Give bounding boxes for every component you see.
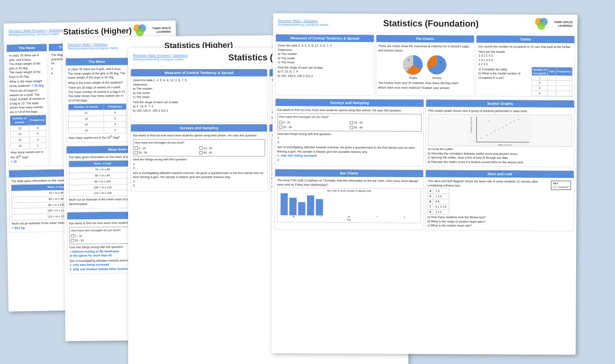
card4-surveys-section: Surveys and Sampling Kai wants to find o…: [275, 98, 424, 166]
svg-line-45: [476, 142, 529, 142]
svg-text:Maths score (%): Maths score (%): [498, 144, 512, 146]
card4-logo-text: THIRD SPACE LEARNING: [554, 21, 573, 28]
card4-scatter-section: Scatter Graphs This scatter graph shows …: [425, 99, 575, 167]
card4-checkbox-0-10: 0 - 10: [279, 120, 349, 125]
card4-tables-section: Tables Diz counts the number of occupant…: [476, 35, 575, 97]
card4-header-left: Revision Mats | Statistics thirdspacelea…: [278, 19, 328, 27]
card3-ct-body: Given the data 2, 4, 5, 8, 8, 12, 3, 8, …: [131, 76, 267, 115]
svg-text:×: ×: [510, 122, 511, 124]
svg-text:D: D: [407, 67, 409, 70]
svg-text:×: ×: [486, 134, 488, 137]
bar-mon: [281, 193, 288, 215]
card4-checkbox: How many text messages do you send? 0 - …: [277, 113, 422, 131]
card3-surveys-header: Surveys and Sampling: [131, 124, 267, 132]
card4-scatter-svg: Physics score (%) Maths score (%) × × × …: [428, 114, 572, 146]
svg-text:Physics score (%): Physics score (%): [470, 117, 472, 133]
card4-title: Statistics (Foundation): [328, 18, 533, 29]
svg-text:×: ×: [480, 137, 482, 140]
card1-mean-body: In class 7E there are 8 girls, and 6 boy…: [7, 51, 49, 166]
svg-text:×: ×: [490, 132, 492, 135]
card3-checkbox-30-40: 30 - 40: [199, 151, 263, 155]
card1-logo-text: THIRD SPACE LEARNING: [152, 27, 171, 34]
card4-header: Revision Mats | Statistics thirdspacelea…: [273, 13, 577, 34]
card3-site-link: Revision Mats Answers | Statistics: [133, 54, 187, 58]
card3-checkbox: How many text messages do you send? 0 - …: [133, 139, 265, 156]
bar-fri: [316, 199, 323, 215]
card1-logo: THIRD SPACE LEARNING: [132, 23, 171, 38]
card4-site-url: thirdspacelearning.com/gcse-maths: [278, 23, 328, 27]
card3-ct-section: Measures of Central Tendency & Spread Gi…: [131, 69, 267, 122]
card2-header-left: Revision Mats | Statistics thirdspacelea…: [68, 42, 118, 50]
card3-header-left: Revision Mats Answers | Statistics third…: [133, 54, 187, 61]
bar-tue: [289, 198, 297, 215]
svg-text:D: D: [434, 72, 435, 74]
svg-point-34: [537, 22, 545, 30]
card1-header-left: Revision Mats Answers | Statistics third…: [8, 28, 63, 36]
card1-mean-header: The Mean: [7, 44, 47, 52]
card4-rugby-pie: W L D Rugby: [402, 54, 424, 80]
card4-logo: THIRD SPACE LEARNING: [533, 17, 573, 31]
svg-text:×: ×: [502, 127, 504, 129]
svg-text:×: ×: [498, 128, 500, 131]
card4-barchart-section: Bar Charts The shop IT4U sold 13 laptops…: [274, 169, 424, 230]
card4-pie-charts: W L D Rugby W L: [378, 54, 472, 80]
card3-checkbox-20-30: 20 - 30: [135, 151, 199, 155]
card4-ct-section: Measures of Central Tendency & Spread Gi…: [275, 34, 374, 96]
svg-text:×: ×: [494, 130, 496, 132]
card4-piecharts-section: Pie Charts These pie charts show the out…: [376, 34, 474, 96]
card-4: Revision Mats | Statistics thirdspacelea…: [271, 13, 577, 355]
card4-rugby-pie-svg: W L D: [402, 54, 424, 76]
card1-sweets-table: Number of sweetsFrequency 129 135 143 15…: [10, 115, 47, 149]
card4-checkbox-30-40: 30 - 40: [350, 126, 420, 130]
card4-barchart-body: The shop IT4U sold 13 laptops on Thursda…: [275, 176, 423, 226]
page-wrapper: Revision Mats Answers | Statistics third…: [0, 0, 615, 364]
svg-text:×: ×: [488, 120, 490, 122]
card4-piecharts-header: Pie Charts: [376, 35, 474, 42]
card4-barchart-header: Bar Charts: [275, 169, 423, 177]
card3-surveys-body: Kai wants to find out how much time stud…: [131, 132, 267, 190]
svg-text:×: ×: [506, 124, 507, 126]
card3-surveys-section: Surveys and Sampling Kai wants to find o…: [131, 124, 267, 192]
bar-thu: [307, 196, 314, 216]
card4-scatter-body: This scatter graph shows how a group of …: [426, 107, 574, 167]
card1-title: Statistics (Higher): [63, 26, 132, 36]
card4-checkbox-10-20: 10 - 20: [350, 121, 420, 125]
card2-mean-section: The Mean In class 7E there are 8 girls, …: [65, 57, 129, 142]
card4-scatter-header: Scatter Graphs: [426, 100, 574, 108]
card2-sweets-table: Number of sweetsFrequency 129 135 143 15…: [68, 103, 127, 134]
card2-site-url: thirdspacelearning.com/gcse-maths: [68, 46, 118, 50]
svg-text:L: L: [418, 65, 419, 67]
card4-tables-body: Diz counts the number of occupants in 15…: [476, 43, 575, 82]
card4-surveys-body: Kai wants to find out how much time stud…: [275, 106, 424, 165]
tsl-logo-icon: [132, 23, 150, 38]
svg-text:×: ×: [514, 120, 515, 122]
card3-checkbox-10-20: 10 - 20: [199, 146, 263, 150]
card3-site-url: thirdspacelearning.com/gcse-maths: [133, 58, 187, 61]
svg-text:L: L: [430, 68, 431, 70]
card4-ct-body: Given the data 2, 4, 5, 8, 8, 12, 3, 8, …: [275, 42, 374, 80]
card4-hockey-pie: W L D Hockey: [426, 54, 448, 80]
card3-ct-header: Measures of Central Tendency & Spread: [131, 69, 267, 76]
card4-site-link: Revision Mats | Statistics: [278, 19, 328, 23]
card4-stemleaf-header: Stem and Leaf: [426, 170, 574, 178]
card4-stemleaf-body: KEY 5 | 7 means 57 This stem and leaf di…: [425, 177, 574, 230]
bar-wed: [298, 202, 305, 215]
card4-tables-header: Tables: [476, 36, 575, 43]
card4-checkbox-20-30: 20 - 30: [279, 125, 349, 130]
card4-ct-header: Measures of Central Tendency & Spread: [276, 34, 374, 42]
card2-mean-body: In class 7E there are 8 girls, and 6 boy…: [66, 65, 129, 142]
card4-piecharts-body: These pie charts show the outcomes of ma…: [376, 42, 474, 92]
svg-text:W: W: [440, 61, 442, 63]
card4-hockey-pie-svg: W L D: [426, 54, 448, 76]
card4-stem-leaf-data: 47 9 51 2 8 69 9 70 1 2 4 8 83 3 5: [428, 188, 551, 215]
tsl-logo-icon-4: [533, 17, 551, 31]
card4-freq-table: Number ofoccupantsTallyFrequency 1 2 3 4: [531, 67, 572, 96]
svg-rect-43: [468, 115, 531, 146]
card1-mean-section: The Mean In class 7E there are 8 girls, …: [6, 44, 50, 167]
svg-text:×: ×: [518, 118, 519, 121]
card2-mean-header: The Mean: [66, 58, 128, 65]
card1-site-url: thirdspacelearning.com/gcse-maths: [8, 32, 63, 36]
card4-surveys-header: Surveys and Sampling: [275, 99, 424, 107]
svg-text:W: W: [408, 59, 410, 61]
card4-stemleaf-key: KEY 5 | 7 means 57: [551, 181, 571, 190]
